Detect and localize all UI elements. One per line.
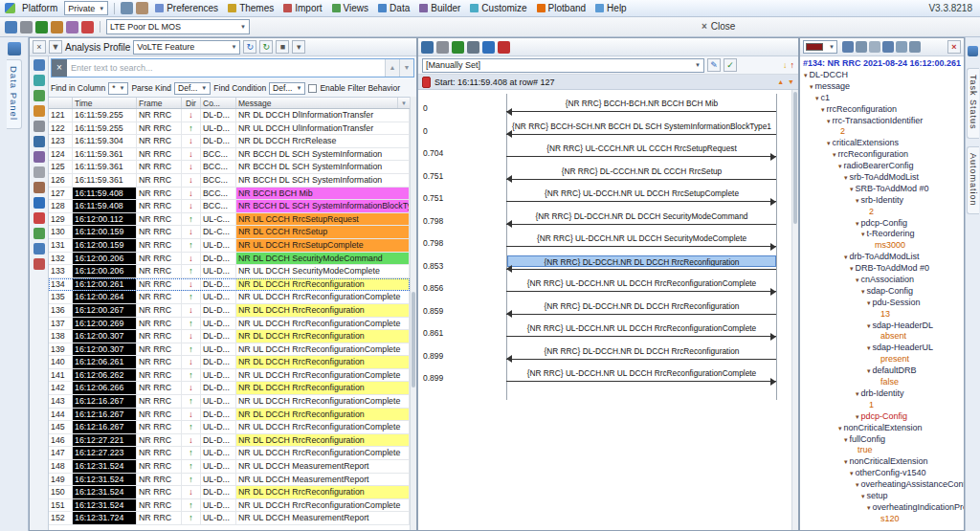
expand-icon[interactable]: ▾ — [867, 344, 871, 351]
close-tab-button[interactable]: × Close — [702, 21, 735, 32]
forward-icon[interactable] — [452, 41, 464, 54]
find-condition-combo[interactable]: Def...▼ — [269, 82, 305, 95]
panel-tool-icon-13[interactable] — [33, 243, 45, 254]
find-in-column-combo[interactable]: *▼ — [108, 82, 128, 95]
tree-value[interactable]: absent — [800, 331, 964, 343]
data-panel-icon[interactable] — [8, 42, 21, 55]
tree-value[interactable]: 13 — [800, 309, 964, 321]
table-row[interactable]: 13416:12:00.261NR RRC↓DL-D...NR DL DCCH … — [49, 278, 410, 292]
expand-icon[interactable]: ▾ — [861, 288, 865, 295]
flow-event-label[interactable]: {NR RRC} DL-DCCH.NR DL DCCH RrcReconfigu… — [507, 300, 776, 312]
table-row[interactable]: 13916:12:00.307NR RRC↑UL-D...NR UL DCCH … — [49, 343, 410, 357]
column-header-Message[interactable]: Message — [236, 98, 398, 108]
connect-icon[interactable] — [20, 21, 33, 33]
table-row[interactable]: 12616:11:59.361NR RRC↓BCC...NR BCCH DL S… — [49, 174, 410, 188]
expand-icon[interactable]: ▾ — [856, 197, 859, 204]
panel-tool-icon-11[interactable] — [33, 212, 45, 224]
analysis-profile-combo[interactable]: VoLTE Feature ▼ — [133, 40, 240, 55]
scenario-combo[interactable]: LTE Poor DL MOS ▼ — [106, 19, 250, 34]
display-icon[interactable] — [136, 2, 148, 14]
table-row[interactable]: 14816:12:31.524NR RRC↑UL-D...NR UL DCCH … — [49, 460, 410, 474]
menu-preferences[interactable]: Preferences — [151, 1, 222, 16]
monitor-icon[interactable] — [5, 21, 17, 33]
flow-event-label[interactable]: {NR RRC} UL-DCCH.NR UL DCCH RrcReconfigu… — [507, 367, 776, 379]
panel-tool-icon-7[interactable] — [33, 151, 45, 163]
tree-node[interactable]: ▾radioBearerConfig — [800, 161, 964, 172]
expand-icon[interactable]: ▾ — [838, 163, 842, 169]
flow-event-label[interactable]: {NR RRC} UL-DCCH.NR UL DCCH SecurityMode… — [507, 232, 776, 244]
panel-tool-icon-4[interactable] — [33, 105, 45, 117]
tree-value[interactable]: 1 — [800, 400, 964, 411]
filter-button[interactable]: ▼ — [398, 98, 410, 108]
table-row[interactable]: 14016:12:06.261NR RRC↓DL-D...NR DL DCCH … — [49, 356, 410, 369]
table-row[interactable]: 14616:12:27.221NR RRC↓DL-D...NR DL DCCH … — [49, 434, 410, 448]
close-detail-icon[interactable]: × — [947, 40, 961, 54]
expand-icon[interactable]: ▾ — [850, 186, 854, 192]
table-row[interactable]: 13516:12:00.264NR RRC↑UL-D...NR UL DCCH … — [49, 291, 410, 304]
table-row[interactable]: 14916:12:31.524NR RRC↑UL-D...NR UL DCCH … — [49, 474, 410, 487]
close-icon[interactable]: × — [33, 40, 46, 54]
panel-tool-icon-3[interactable] — [33, 90, 45, 101]
tree-node[interactable]: ▾nonCriticalExtension — [800, 456, 964, 468]
flow-event-label[interactable]: {NR RRC} DL-DCCH.NR DL DCCH RrcReconfigu… — [507, 345, 776, 357]
tree-node[interactable]: ▾drb-ToAddModList — [800, 252, 964, 263]
column-header-Time[interactable]: Time — [73, 98, 137, 108]
expand-icon[interactable]: ▾ — [856, 277, 859, 283]
expand-icon[interactable]: ▾ — [838, 425, 842, 431]
menu-import[interactable]: Import — [279, 1, 325, 16]
menu-data[interactable]: Data — [374, 1, 413, 16]
table-row[interactable]: 13616:12:00.267NR RRC↓DL-D...NR DL DCCH … — [49, 304, 410, 318]
expand-icon[interactable]: ▾ — [867, 322, 871, 329]
menu-builder[interactable]: Builder — [415, 1, 464, 16]
flow-mode-combo[interactable]: [Manually Set] ▼ — [422, 58, 704, 73]
column-header-Dir[interactable]: Dir — [182, 98, 201, 108]
table-row[interactable]: 13316:12:00.206NR RRC↑UL-D...NR UL DCCH … — [49, 265, 410, 278]
tree-node[interactable]: ▾otherConfig-v1540 — [800, 468, 964, 479]
expand-icon[interactable]: ▾ — [844, 436, 848, 443]
panel-tool-icon-12[interactable] — [33, 228, 45, 239]
edit-icon[interactable] — [482, 41, 495, 54]
expand-icon[interactable]: ▾ — [844, 254, 848, 260]
refresh-icon[interactable]: ↻ — [243, 40, 256, 54]
table-row[interactable]: 14416:12:16.267NR RRC↓DL-D...NR DL DCCH … — [49, 409, 410, 422]
tab-automation[interactable]: Automation — [967, 146, 979, 215]
column-header-Co...[interactable]: Co... — [201, 98, 236, 108]
panel-tool-icon-2[interactable] — [33, 75, 45, 86]
expand-icon[interactable]: ▾ — [861, 493, 865, 499]
panel-tool-icon-6[interactable] — [33, 136, 45, 147]
expand-icon[interactable]: ▾ — [850, 470, 854, 476]
gear-icon[interactable] — [909, 41, 921, 53]
tree-node[interactable]: ▾srb-ToAddModList — [800, 172, 964, 184]
expand-icon[interactable]: ▾ — [844, 458, 848, 465]
flow-event-label[interactable]: {NR RRC} UL-DCCH.NR UL DCCH RrcReconfigu… — [507, 277, 776, 289]
columns-icon[interactable] — [467, 41, 479, 54]
tree-node[interactable]: ▾srb-Identity — [800, 195, 964, 207]
tree-node[interactable]: ▾t-Reordering — [800, 229, 964, 240]
panel-tool-icon-9[interactable] — [33, 182, 45, 193]
expand-icon[interactable]: ▾ — [821, 106, 825, 113]
record-icon[interactable] — [81, 21, 94, 33]
panel-menu-icon[interactable] — [968, 46, 978, 56]
table-row[interactable]: 12216:11:59.255NR RRC↑UL-D...NR UL DCCH … — [49, 122, 410, 136]
tree-node[interactable]: ▾sdap-HeaderUL — [800, 343, 964, 354]
expand-icon[interactable]: ▼ — [788, 78, 794, 85]
tree-node[interactable]: ▾cnAssociation — [800, 275, 964, 286]
tree-value[interactable]: true — [800, 445, 964, 456]
menu-help[interactable]: Help — [591, 1, 631, 16]
menu-plotband[interactable]: Plotband — [533, 1, 590, 16]
table-row[interactable]: 14716:12:27.223NR RRC↑UL-D...NR UL DCCH … — [49, 447, 410, 460]
tree-node[interactable]: ▾c1 — [800, 93, 964, 104]
expand-icon[interactable]: ▾ — [861, 231, 865, 237]
expand-icon[interactable]: ▾ — [844, 174, 848, 181]
expand-icon[interactable]: ▾ — [827, 140, 831, 146]
export-icon[interactable] — [436, 41, 449, 54]
tab-data-panel[interactable]: Data Panel — [7, 59, 22, 129]
tree-node[interactable]: ▾sdap-Config — [800, 286, 964, 298]
panel-tool-icon-5[interactable] — [33, 121, 45, 132]
expand-icon[interactable]: ▾ — [804, 72, 808, 78]
table-row[interactable]: 15016:12:31.524NR RRC↓DL-D...NR DL DCCH … — [49, 486, 410, 499]
edit-icon[interactable]: ✎ — [707, 58, 721, 72]
font-icon[interactable] — [882, 41, 894, 53]
table-row[interactable]: 13816:12:00.307NR RRC↓DL-D...NR DL DCCH … — [49, 330, 410, 343]
panel-tool-icon-1[interactable] — [33, 59, 45, 71]
